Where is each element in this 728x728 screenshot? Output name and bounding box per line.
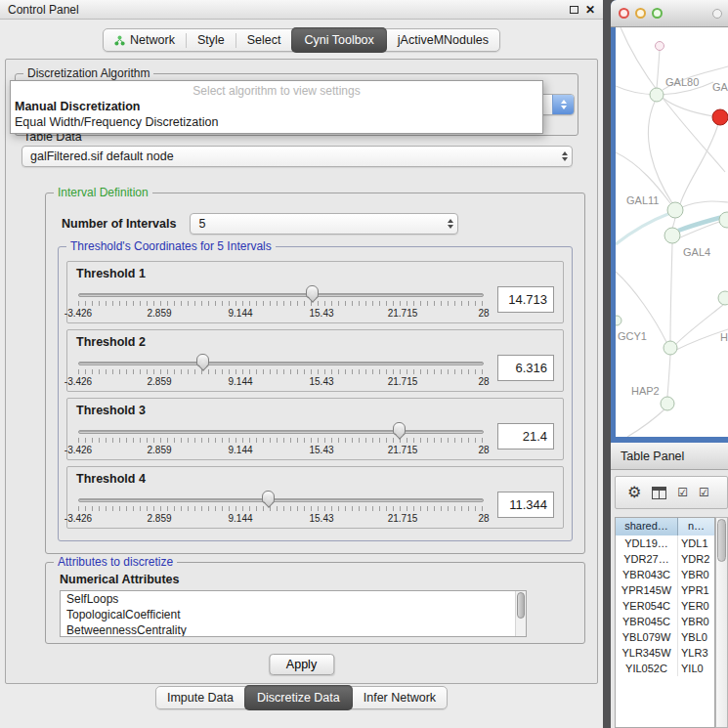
cell-name: YBR0 [678,567,714,582]
table-scrollbar[interactable] [715,517,728,728]
slider-tick-labels: -3.4262.8599.14415.4321.71528 [78,445,484,456]
table-row[interactable]: YDL19…YDL1 [616,535,714,551]
table-row[interactable]: YER054CYER0 [616,598,714,614]
tab-cyni-toolbox[interactable]: Cyni Toolbox [291,27,386,53]
node-label-h: H [720,331,728,343]
bottom-tab-bar: Impute DataDiscretize DataInfer Network [155,686,448,709]
tick-label: 15.43 [309,445,333,455]
tab-label: Style [197,33,225,47]
slider-track[interactable] [78,362,484,365]
slider-thumb-icon[interactable] [306,285,319,298]
close-traffic-light-icon[interactable] [619,8,629,19]
num-intervals-combobox[interactable]: 5 [190,213,458,235]
top-tab-bar: NetworkStyleSelectCyni ToolboxjActiveMNo… [103,28,500,52]
slider-track[interactable] [78,293,484,297]
scrollbar-thumb[interactable] [717,519,726,562]
tick-label: 2.859 [147,445,171,455]
node-label-gcy1: GCY1 [618,330,647,342]
slider-ticks [78,301,484,306]
combo-stepper-icon [552,95,574,114]
dropdown-option-manual-discretization[interactable]: Manual Discretization [11,99,542,114]
network-view-window: GAL80GALGAL11GAL4GCY1HHAP2 [611,0,728,443]
table-row[interactable]: YBR045CYBR0 [616,614,714,629]
slider-tick-labels: -3.4262.8599.14415.4321.71528 [78,308,484,320]
threshold-value-field[interactable]: 6.316 [497,355,554,381]
table-data-combobox[interactable]: galFiltered.sif default node [21,146,573,167]
cell-name: YIL0 [678,661,714,676]
zoom-traffic-light-icon[interactable] [652,8,663,19]
attributes-group-title: Attributes to discretize [54,555,177,569]
tab-style[interactable]: Style [187,28,236,52]
numerical-attributes-list[interactable]: SelfLoopsTopologicalCoefficientBetweenne… [60,590,527,637]
table-row[interactable]: YLR345WYLR3 [616,645,714,661]
num-intervals-label: Number of Intervals [62,217,176,231]
slider-row: -3.4262.8599.14415.4321.715286.316 [76,351,554,392]
scrollbar-thumb[interactable] [517,592,525,619]
table-row[interactable]: YIL052CYIL0 [616,661,714,676]
table-row[interactable]: YDR27…YDR2 [616,551,714,567]
list-item-betweennesscentrality[interactable]: BetweennessCentrality [61,622,526,637]
column-header-name[interactable]: n… [678,518,714,535]
tab-impute-data[interactable]: Impute Data [156,686,244,709]
combo-stepper-icon [443,214,457,234]
tab-label: Discretize Data [257,691,340,705]
cell-shared-name: YDL19… [616,535,678,551]
list-item-topologicalcoefficient[interactable]: TopologicalCoefficient [61,607,526,622]
cell-name: YLR3 [678,645,714,661]
slider-tick-labels: -3.4262.8599.14415.4321.71528 [78,513,484,525]
tab-jactivemnodules[interactable]: jActiveMNodules [387,28,499,52]
tick-label: 28 [478,445,489,455]
network-canvas[interactable]: GAL80GALGAL11GAL4GCY1HHAP2 [616,27,728,437]
numerical-attributes-label: Numerical Attributes [60,573,179,586]
tick-label: 21.715 [388,445,418,455]
tab-select[interactable]: Select [236,28,292,52]
dropdown-option-equal-width-frequency-discretization[interactable]: Equal Width/Frequency Discretization [11,114,542,130]
slider[interactable]: -3.4262.8599.14415.4321.71528 [76,282,486,323]
slider-thumb-icon[interactable] [393,422,406,435]
select-all-checkbox-icon[interactable]: ☑ [677,486,688,499]
threshold-label: Threshold 4 [76,472,554,486]
threshold-value-field[interactable]: 11.344 [497,492,554,518]
minimize-traffic-light-icon[interactable] [635,8,646,19]
threshold-value-field[interactable]: 21.4 [497,423,554,450]
tab-infer-network[interactable]: Infer Network [353,686,447,709]
close-window-icon[interactable]: ✕ [585,5,595,15]
table-row[interactable]: YBL079WYBL0 [616,629,714,645]
network-window-titlebar [611,0,728,27]
tick-label: 15.43 [309,513,333,524]
table-toolbar: ⚙ ☑ ☑ [615,476,728,509]
tab-discretize-data[interactable]: Discretize Data [244,685,353,710]
table-row[interactable]: YBR043CYBR0 [616,567,714,582]
window-controls: ✕ [570,5,595,15]
tick-label: 21.715 [388,513,418,524]
interval-definition-group: Interval Definition Number of Intervals … [45,193,585,554]
gear-icon[interactable]: ⚙ [627,485,641,500]
table-row[interactable]: YPR145WYPR1 [616,582,714,598]
titlebar-button-icon[interactable] [712,9,722,19]
table-data-value: galFiltered.sif default node [22,150,557,163]
slider[interactable]: -3.4262.8599.14415.4321.71528 [76,488,486,529]
slider[interactable]: -3.4262.8599.14415.4321.71528 [76,351,486,392]
columns-icon[interactable] [652,487,666,499]
slider-track[interactable] [78,498,484,502]
slider-thumb-icon[interactable] [196,354,209,366]
apply-button[interactable]: Apply [269,654,334,675]
tick-label: 2.859 [147,308,171,319]
tick-label: 9.144 [228,513,252,524]
float-window-icon[interactable] [570,6,578,14]
tab-network[interactable]: Network [104,28,186,52]
select-none-checkbox-icon[interactable]: ☑ [699,486,709,499]
slider-ticks [78,369,484,374]
control-panel-titlebar: Control Panel ✕ [0,0,603,20]
list-item-selfloops[interactable]: SelfLoops [61,591,526,607]
list-scrollbar[interactable] [515,591,526,636]
tab-label: Impute Data [167,691,234,705]
threshold-list: Threshold 1-3.4262.8599.14415.4321.71528… [66,261,564,529]
interval-group-title: Interval Definition [54,186,152,199]
slider[interactable]: -3.4262.8599.14415.4321.71528 [76,419,486,460]
column-header-shared-name[interactable]: shared… [616,518,678,535]
slider-thumb-icon[interactable] [262,491,275,503]
slider-track[interactable] [78,430,484,434]
node-label-hap2: HAP2 [631,385,660,397]
threshold-value-field[interactable]: 14.713 [497,286,554,313]
